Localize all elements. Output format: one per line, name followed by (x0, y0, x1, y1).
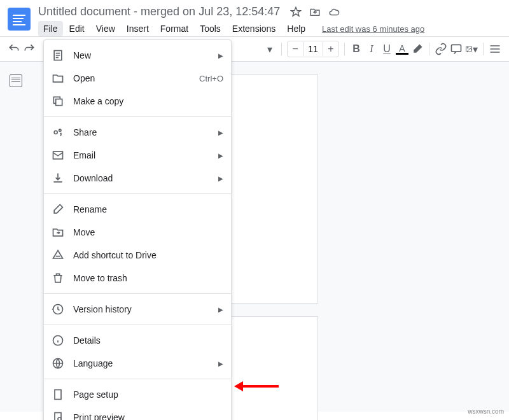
menu-print-preview[interactable]: Print preview (44, 406, 231, 420)
menu-file[interactable]: File (38, 21, 63, 36)
menu-format[interactable]: Format (155, 21, 193, 36)
italic-icon[interactable]: I (365, 43, 378, 55)
comment-icon[interactable] (450, 43, 463, 55)
submenu-arrow-icon: ▶ (218, 129, 223, 136)
menu-edit[interactable]: Edit (64, 21, 90, 36)
menu-download[interactable]: Download ▶ (44, 167, 231, 190)
menu-page-setup[interactable]: Page setup (44, 383, 231, 406)
align-icon[interactable] (489, 43, 501, 55)
print-preview-icon (52, 411, 64, 420)
download-icon (52, 172, 64, 185)
menu-open[interactable]: Open Ctrl+O (44, 67, 231, 90)
document-title[interactable]: Untitled document - merged on Jul 23, 12… (38, 5, 280, 18)
last-edit-link[interactable]: Last edit was 6 minutes ago (322, 24, 424, 34)
svg-point-5 (54, 131, 57, 134)
folder-icon (52, 72, 64, 85)
font-size-value[interactable]: 11 (303, 42, 323, 56)
docs-logo[interactable] (8, 8, 31, 31)
menu-make-copy[interactable]: Make a copy (44, 90, 231, 113)
watermark: wsxwsn.com (468, 408, 504, 415)
submenu-arrow-icon: ▶ (218, 306, 223, 313)
svg-point-6 (59, 129, 61, 131)
info-icon (52, 334, 64, 347)
text-color-icon[interactable]: A (396, 43, 408, 55)
submenu-arrow-icon: ▶ (218, 175, 223, 182)
font-size-decrease[interactable]: − (288, 41, 303, 57)
menu-move[interactable]: Move (44, 221, 231, 244)
svg-rect-0 (452, 45, 461, 52)
history-icon (52, 303, 64, 316)
redo-icon[interactable] (23, 43, 36, 55)
star-icon[interactable] (290, 6, 302, 18)
menu-view[interactable]: View (91, 21, 120, 36)
font-size-increase[interactable]: + (323, 41, 338, 57)
move-icon (52, 226, 64, 239)
menu-extensions[interactable]: Extensions (227, 21, 281, 36)
submenu-arrow-icon: ▶ (218, 360, 223, 367)
svg-point-13 (58, 417, 61, 420)
menu-version-history[interactable]: Version history ▶ (44, 298, 231, 321)
menu-trash[interactable]: Move to trash (44, 267, 231, 290)
menu-share[interactable]: Share ▶ (44, 121, 231, 144)
menu-add-shortcut[interactable]: Add shortcut to Drive (44, 244, 231, 267)
copy-icon (52, 95, 64, 108)
share-icon (52, 126, 64, 139)
annotation-arrow (241, 385, 279, 388)
globe-icon (52, 357, 64, 370)
file-menu-dropdown: New ▶ Open Ctrl+O Make a copy Share ▶ Em… (43, 39, 232, 420)
submenu-arrow-icon: ▶ (218, 152, 223, 159)
menu-email[interactable]: Email ▶ (44, 144, 231, 167)
bold-icon[interactable]: B (350, 43, 363, 55)
highlight-icon[interactable] (411, 43, 424, 55)
trash-icon (52, 272, 64, 284)
submenu-arrow-icon: ▶ (218, 52, 223, 59)
left-rail (0, 62, 32, 412)
drive-shortcut-icon (52, 249, 64, 262)
menu-details[interactable]: Details (44, 329, 231, 352)
dropdown-indicator-icon[interactable]: ▾ (263, 43, 276, 55)
document-icon (52, 49, 64, 62)
menubar: File Edit View Insert Format Tools Exten… (38, 21, 501, 36)
move-folder-icon[interactable] (309, 6, 321, 18)
link-icon[interactable] (435, 43, 447, 55)
font-size-control: − 11 + (287, 41, 339, 57)
email-icon (52, 149, 64, 162)
underline-icon[interactable]: U (380, 43, 393, 55)
rename-icon (52, 203, 64, 216)
menu-help[interactable]: Help (282, 21, 310, 36)
menu-rename[interactable]: Rename (44, 198, 231, 221)
menu-tools[interactable]: Tools (195, 21, 226, 36)
svg-rect-4 (56, 99, 62, 106)
app-header: Untitled document - merged on Jul 23, 12… (0, 0, 509, 36)
cloud-icon[interactable] (328, 6, 340, 18)
menu-new[interactable]: New ▶ (44, 44, 231, 67)
svg-rect-11 (55, 390, 61, 400)
outline-icon[interactable] (10, 74, 22, 87)
menu-language[interactable]: Language ▶ (44, 352, 231, 375)
svg-point-2 (467, 47, 468, 48)
menu-insert[interactable]: Insert (122, 21, 154, 36)
page-setup-icon (52, 388, 64, 401)
undo-icon[interactable] (8, 43, 20, 55)
image-icon[interactable]: ▾ (465, 43, 478, 55)
